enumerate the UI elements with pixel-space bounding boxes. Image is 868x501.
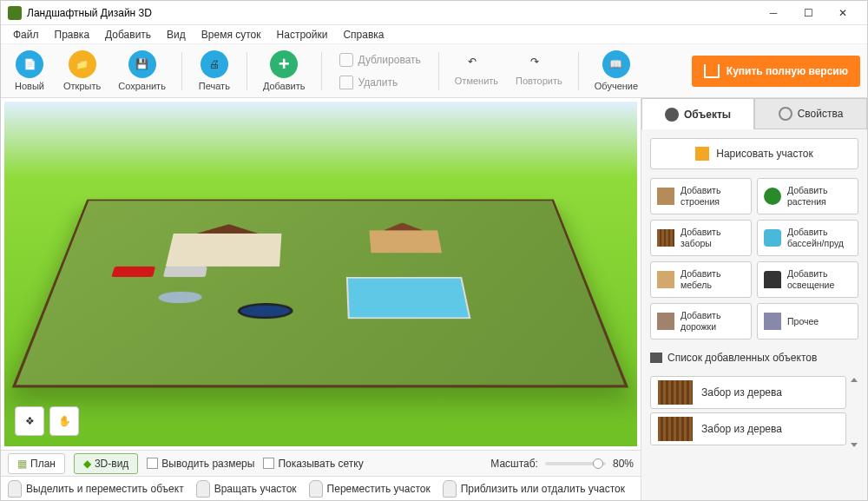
orbit-tool[interactable]: ❖ (15, 406, 44, 436)
bottom-bar: ▦План ◆3D-вид Выводить размеры Показыват… (1, 450, 641, 476)
open-button[interactable]: 📁Открыть (58, 49, 106, 93)
orbit-icon: ❖ (25, 415, 35, 427)
duplicate-button[interactable]: Дублировать (332, 49, 428, 70)
path-icon (657, 313, 674, 330)
checkbox-dimensions[interactable]: Выводить размеры (147, 458, 254, 470)
window-title: Ландшафтный Дизайн 3D (27, 7, 756, 19)
scale-label: Масштаб: (490, 458, 538, 470)
redo-icon: ↷ (530, 56, 548, 73)
save-button[interactable]: 💾Сохранить (113, 49, 171, 93)
folder-icon: 📁 (69, 50, 96, 78)
learn-button[interactable]: 📖Обучение (589, 49, 643, 93)
plus-icon: + (270, 50, 298, 78)
cart-icon (704, 64, 720, 78)
card-fences[interactable]: Добавить заборы (650, 220, 752, 256)
menu-time[interactable]: Время суток (194, 27, 268, 43)
menu-settings[interactable]: Настройки (270, 27, 335, 43)
delete-button[interactable]: Удалить (332, 72, 428, 93)
redo-button[interactable]: ↷Повторить (510, 54, 568, 88)
scroll-down-icon (851, 443, 858, 447)
scale-slider[interactable] (545, 462, 606, 465)
book-icon: 📖 (602, 50, 630, 78)
mouse-icon (443, 480, 457, 498)
list-item[interactable]: Забор из дерева (650, 376, 846, 409)
viewport-3d[interactable]: ❖ ✋ (4, 102, 637, 446)
minimize-button[interactable]: ─ (756, 1, 791, 25)
draw-plot-button[interactable]: Нарисовать участок (650, 138, 858, 169)
menu-bar: Файл Правка Добавить Вид Время суток Нас… (1, 25, 867, 44)
maximize-button[interactable]: ☐ (791, 1, 825, 25)
stack-icon (650, 353, 662, 363)
print-button[interactable]: 🖨Печать (193, 49, 236, 93)
list-item[interactable]: Забор из дерева (650, 412, 846, 445)
chair-icon (657, 271, 674, 288)
scroll-up-icon (851, 378, 858, 382)
hint-zoom: Приблизить или отдалить участок (443, 480, 625, 498)
undo-icon: ↶ (468, 56, 485, 73)
fence-thumb-icon (658, 380, 693, 405)
misc-icon (764, 313, 781, 330)
hint-select: Выделить и переместить объект (8, 480, 184, 498)
sidebar: Объекты Свойства Нарисовать участок Доба… (641, 98, 867, 500)
tab-3d[interactable]: ◆3D-вид (74, 453, 138, 474)
tab-properties[interactable]: Свойства (754, 98, 867, 129)
hand-icon: ✋ (58, 415, 71, 427)
card-furniture[interactable]: Добавить мебель (650, 261, 752, 298)
objects-icon (665, 108, 679, 122)
tab-plan[interactable]: ▦План (8, 453, 65, 474)
hint-rotate: Вращать участок (196, 480, 297, 498)
pencil-icon (695, 147, 709, 161)
tree-icon (764, 188, 781, 205)
hint-move: Переместить участок (309, 480, 431, 498)
trash-icon (339, 76, 353, 89)
titlebar: Ландшафтный Дизайн 3D ─ ☐ ✕ (1, 1, 867, 25)
card-paths[interactable]: Добавить дорожки (650, 303, 752, 339)
checkbox-grid[interactable]: Показывать сетку (263, 458, 363, 470)
toolbar: 📄Новый 📁Открыть 💾Сохранить 🖨Печать +Доба… (1, 44, 867, 98)
mouse-icon (8, 480, 22, 498)
menu-help[interactable]: Справка (336, 27, 391, 43)
3d-icon: ◆ (83, 458, 91, 470)
object-list-header: Список добавленных объектов (650, 348, 858, 367)
status-bar: Выделить и переместить объект Вращать уч… (1, 476, 641, 500)
checkbox-icon (147, 458, 158, 469)
tab-objects[interactable]: Объекты (641, 98, 754, 129)
app-logo-icon (8, 6, 22, 20)
card-buildings[interactable]: Добавить строения (650, 178, 752, 214)
plan-icon: ▦ (17, 458, 27, 470)
card-lighting[interactable]: Добавить освещение (757, 261, 858, 298)
card-plants[interactable]: Добавить растения (757, 178, 858, 214)
card-other[interactable]: Прочее (757, 303, 858, 339)
buy-button[interactable]: Купить полную версию (692, 56, 860, 87)
fence-thumb-icon (658, 417, 693, 441)
menu-view[interactable]: Вид (160, 27, 193, 43)
menu-edit[interactable]: Правка (48, 27, 97, 43)
new-button[interactable]: 📄Новый (8, 49, 51, 93)
gear-icon (779, 107, 792, 121)
add-button[interactable]: +Добавить (258, 49, 311, 93)
undo-button[interactable]: ↶Отменить (450, 54, 503, 88)
checkbox-icon (263, 458, 274, 469)
house-icon (657, 188, 674, 205)
scrollbar[interactable] (850, 376, 858, 449)
pool-icon (764, 229, 781, 247)
disk-icon: 💾 (128, 50, 156, 78)
file-icon: 📄 (16, 50, 43, 78)
pan-tool[interactable]: ✋ (49, 406, 79, 436)
mouse-icon (196, 480, 210, 498)
duplicate-icon (339, 53, 353, 67)
card-pool[interactable]: Добавить бассейн/пруд (757, 220, 858, 256)
close-button[interactable]: ✕ (825, 1, 860, 25)
lamp-icon (764, 271, 781, 288)
fence-icon (657, 229, 674, 247)
scale-value: 80% (613, 458, 634, 470)
menu-file[interactable]: Файл (6, 27, 46, 43)
mouse-icon (309, 480, 323, 498)
printer-icon: 🖨 (201, 50, 228, 78)
menu-add[interactable]: Добавить (98, 27, 158, 43)
